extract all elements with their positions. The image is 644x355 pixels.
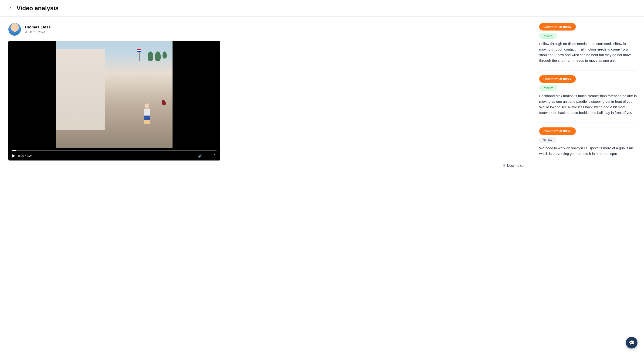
header: ‹ Video analysis [0,0,644,17]
play-button[interactable]: ▶ [12,153,15,158]
download-row: ⬇ Download [8,163,524,168]
comment-text-1: Follow through on dinks needs to be corr… [539,41,637,63]
volume-button[interactable]: 🔊 [198,154,202,158]
comment-timestamp-btn-2[interactable]: Comment at 00:27 [539,75,576,83]
comment-block-2: Comment at 00:27 Positive Backhand dink … [539,75,637,116]
controls-left: ▶ 0:00 / 2:24 [12,153,32,158]
sentiment-badge-1: Positive [539,33,557,39]
sentiment-badge-3: Neutral [539,137,556,143]
right-panel: Comment at 00:07 Positive Follow through… [532,17,644,355]
time-display: 0:00 / 2:24 [18,154,32,157]
more-options-button[interactable]: ⋮ [213,154,216,158]
user-name: Thomas Liess [24,25,50,30]
divider-2 [539,123,637,123]
date-text: Oct 5, 2024 [28,30,45,34]
video-frame [8,41,220,148]
divider-1 [539,70,637,71]
user-date: 🗓 Oct 5, 2024 [24,30,50,34]
video-player: ▶ 0:00 / 2:24 🔊 ⛶ ⋮ [8,41,220,161]
comment-block-1: Comment at 00:07 Positive Follow through… [539,23,637,63]
video-controls: ▶ 0:00 / 2:24 🔊 ⛶ ⋮ [8,148,220,161]
user-details: Thomas Liess 🗓 Oct 5, 2024 [24,25,50,34]
avatar [8,23,21,36]
main-layout: Thomas Liess 🗓 Oct 5, 2024 [0,17,644,355]
progress-bar[interactable] [12,150,216,151]
user-info: Thomas Liess 🗓 Oct 5, 2024 [8,23,524,36]
download-label: Download [507,164,524,168]
download-icon: ⬇ [502,163,506,168]
comment-text-2: Backhand dink motion is much cleaner tha… [539,93,637,116]
left-panel: Thomas Liess 🗓 Oct 5, 2024 [0,17,532,355]
controls-row: ▶ 0:00 / 2:24 🔊 ⛶ ⋮ [12,153,216,158]
sentiment-badge-2: Positive [539,85,557,91]
fullscreen-button[interactable]: ⛶ [206,154,210,158]
video-black-right [172,41,220,148]
comment-timestamp-btn-3[interactable]: Comment at 00:40 [539,127,576,135]
comment-text-3: We need to work on volleys! I suspect it… [539,145,637,157]
progress-fill [12,150,16,151]
chat-icon: 💬 [629,340,635,345]
chat-bubble[interactable]: 💬 [626,337,638,348]
calendar-icon: 🗓 [24,30,27,34]
back-button[interactable]: ‹ [8,4,13,12]
download-button[interactable]: ⬇ Download [502,163,524,168]
comment-block-3: Comment at 00:40 Neutral We need to work… [539,127,637,157]
comment-timestamp-btn-1[interactable]: Comment at 00:07 [539,23,576,31]
video-black-left [8,41,56,148]
controls-right: 🔊 ⛶ ⋮ [198,154,216,158]
video-scene [56,41,173,148]
page-title: Video analysis [16,5,58,12]
